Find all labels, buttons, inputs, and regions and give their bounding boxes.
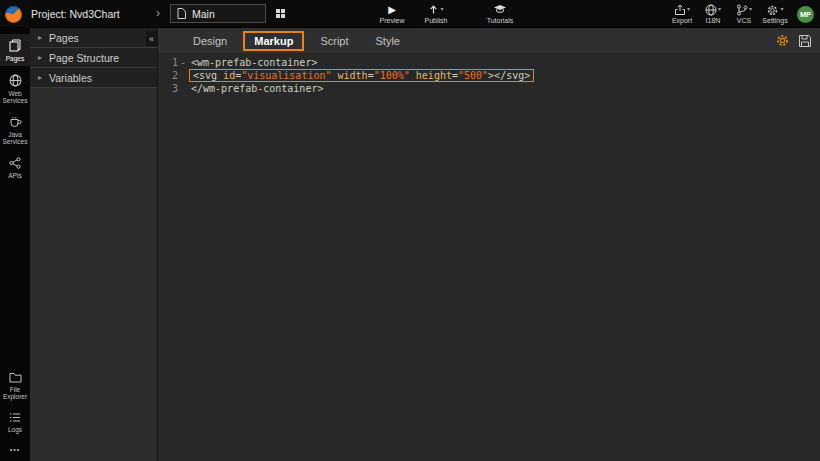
- panel-section-pages[interactable]: ▸ Pages: [30, 28, 157, 48]
- caret-down-icon: ▾: [440, 6, 443, 12]
- caret-right-icon: ▸: [38, 33, 42, 42]
- publish-label: Publish: [425, 17, 448, 25]
- web-services-globe-icon: [9, 74, 22, 87]
- line-number: 2: [158, 69, 178, 82]
- panel-section-label: Page Structure: [49, 52, 119, 64]
- settings-gear-icon: [766, 4, 779, 17]
- user-avatar[interactable]: MP: [797, 6, 814, 23]
- rail-item-pages[interactable]: Pages: [0, 34, 30, 66]
- page-name: Main: [192, 8, 215, 20]
- caret-down-icon: ▾: [780, 6, 783, 12]
- vcs-branch-icon: [736, 4, 748, 16]
- preview-button[interactable]: ▶ Preview: [374, 0, 410, 28]
- settings-label: Settings: [762, 17, 787, 25]
- topbar-center: ▶ Preview ▾ Publish: [374, 0, 518, 28]
- tutorials-button[interactable]: Tutorials: [482, 0, 518, 28]
- apis-icon: [9, 157, 21, 169]
- line-number: 3: [158, 82, 178, 95]
- rail-item-apis[interactable]: APIs: [0, 152, 30, 183]
- panel-section-variables[interactable]: ▸ Variables: [30, 68, 157, 88]
- tab-style[interactable]: Style: [365, 31, 411, 51]
- save-icon[interactable]: [798, 34, 812, 48]
- caret-down-icon: ▾: [687, 6, 690, 12]
- line-number: 1: [158, 56, 178, 69]
- rail-item-label: Pages: [6, 55, 24, 62]
- caret-right-icon: ▸: [38, 53, 42, 62]
- caret-down-icon: ▾: [718, 6, 721, 12]
- topbar-right: ▾ Export ▾ I18N: [668, 0, 814, 28]
- more-options-button[interactable]: •••: [10, 440, 20, 461]
- code-line[interactable]: <wm-prefab-container>: [188, 56, 317, 69]
- topbar: Project: Nvd3Chart › Main ▶ Preview: [0, 0, 820, 28]
- tab-markup[interactable]: Markup: [243, 31, 304, 51]
- rail-item-label: APIs: [8, 172, 22, 179]
- grid-icon: [276, 9, 285, 18]
- tabbar-actions: [775, 28, 812, 53]
- page-grid-button[interactable]: [270, 4, 290, 23]
- editor-lines: 1-<wm-prefab-container>2<svg id="visuali…: [158, 56, 820, 95]
- body: Pages Web Services Java Services: [0, 28, 820, 461]
- panel-section-label: Pages: [49, 32, 79, 44]
- code-editor[interactable]: 1-<wm-prefab-container>2<svg id="visuali…: [158, 53, 820, 461]
- vcs-label: VCS: [737, 17, 751, 25]
- export-label: Export: [672, 17, 692, 25]
- export-button[interactable]: ▾ Export: [668, 0, 696, 28]
- file-explorer-folder-icon: [9, 372, 22, 383]
- java-services-cup-icon: [9, 116, 22, 128]
- preview-label: Preview: [380, 17, 405, 25]
- collapse-panel-button[interactable]: «: [146, 31, 157, 46]
- left-panel: ▸ Pages ▸ Page Structure ▸ Variables «: [30, 28, 158, 461]
- rail-item-logs[interactable]: Logs: [0, 407, 30, 437]
- i18n-globe-icon: [705, 4, 717, 16]
- rail-item-label: Java Services: [0, 131, 30, 145]
- highlighted-code-line[interactable]: <svg id="visualisation" width="100%" hei…: [189, 69, 534, 82]
- wavemaker-logo-icon[interactable]: [5, 6, 22, 23]
- editor-line[interactable]: 2<svg id="visualisation" width="100%" he…: [158, 69, 820, 82]
- play-icon: ▶: [388, 4, 396, 15]
- project-label: Project: Nvd3Chart: [31, 8, 120, 20]
- rail-item-label: File Explorer: [0, 386, 30, 400]
- pages-icon: [9, 39, 21, 52]
- rail-item-label: Web Services: [0, 90, 30, 104]
- tutorials-label: Tutorials: [487, 17, 514, 25]
- panel-section-label: Variables: [49, 72, 92, 84]
- rail-item-label: Logs: [8, 426, 22, 433]
- main-area: Design Markup Script Style 1-<wm-prefab-: [158, 28, 820, 461]
- topbar-left: Project: Nvd3Chart: [5, 0, 120, 28]
- fold-marker-icon[interactable]: -: [178, 56, 188, 69]
- rail-item-web-services[interactable]: Web Services: [0, 69, 30, 108]
- code-line[interactable]: </wm-prefab-container>: [188, 82, 323, 95]
- markup-settings-gear-icon[interactable]: [775, 33, 790, 48]
- logs-icon: [9, 412, 21, 423]
- i18n-label: I18N: [706, 17, 721, 25]
- page-selector[interactable]: Main: [170, 4, 266, 23]
- tab-design[interactable]: Design: [182, 31, 238, 51]
- tab-script[interactable]: Script: [309, 31, 359, 51]
- wavemaker-studio: Project: Nvd3Chart › Main ▶ Preview: [0, 0, 820, 461]
- page-file-icon: [177, 8, 186, 19]
- caret-down-icon: ▾: [749, 6, 752, 12]
- rail-item-java-services[interactable]: Java Services: [0, 111, 30, 149]
- export-icon: [674, 4, 686, 16]
- caret-right-icon: ▸: [38, 73, 42, 82]
- editor-line[interactable]: 1-<wm-prefab-container>: [158, 56, 820, 69]
- editor-line[interactable]: 3</wm-prefab-container>: [158, 82, 820, 95]
- rail-item-file-explorer[interactable]: File Explorer: [0, 367, 30, 404]
- i18n-button[interactable]: ▾ I18N: [699, 0, 727, 28]
- panel-section-page-structure[interactable]: ▸ Page Structure: [30, 48, 157, 68]
- icon-rail: Pages Web Services Java Services: [0, 28, 30, 461]
- publish-icon: [428, 4, 439, 15]
- publish-button[interactable]: ▾ Publish: [418, 0, 454, 28]
- tutorials-icon: [493, 4, 507, 15]
- settings-button[interactable]: ▾ Settings: [761, 0, 789, 28]
- editor-tabbar: Design Markup Script Style: [158, 28, 820, 53]
- vcs-button[interactable]: ▾ VCS: [730, 0, 758, 28]
- chevron-right-icon: ›: [156, 6, 160, 20]
